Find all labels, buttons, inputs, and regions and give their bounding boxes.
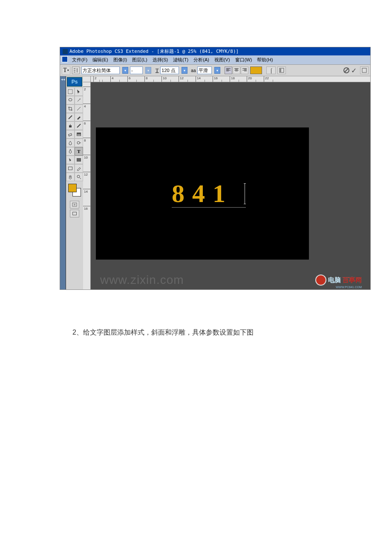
- menu-view[interactable]: 视图(V): [212, 56, 233, 64]
- svg-point-6: [77, 127, 78, 127]
- font-size-icon: T: [156, 67, 159, 74]
- align-right-button[interactable]: [241, 66, 248, 74]
- crop-tool[interactable]: [66, 104, 75, 113]
- font-family-select[interactable]: 方正水柱简体: [81, 66, 120, 74]
- commit-button[interactable]: ✓: [351, 66, 357, 75]
- move-tool[interactable]: [75, 87, 83, 96]
- menu-layer[interactable]: 图层(L): [130, 56, 150, 64]
- watermark-brand2: 百事网: [343, 276, 362, 284]
- app-icon: [63, 49, 68, 54]
- ruler-origin[interactable]: [83, 76, 91, 82]
- menu-help[interactable]: 帮助(H): [254, 56, 275, 64]
- clone-stamp-tool[interactable]: [66, 121, 75, 130]
- options-bar: T ▾ 方正水柱简体 ▾ - ▾ T 120 点 ▾ aa 平滑 ▾: [60, 64, 370, 76]
- watermark-brand1: 电脑: [328, 276, 341, 284]
- horizontal-ruler[interactable]: 246810121416182022: [91, 76, 370, 82]
- text-cursor-icon: [245, 183, 245, 204]
- watermark-left: www.zixin.com: [100, 273, 184, 287]
- workspace-button[interactable]: [360, 66, 369, 74]
- font-size-dropdown-icon[interactable]: ▾: [182, 67, 187, 74]
- font-family-dropdown-icon[interactable]: ▾: [122, 67, 128, 74]
- gradient-tool[interactable]: [75, 130, 83, 139]
- brush-tool[interactable]: [75, 113, 83, 121]
- align-center-button[interactable]: [233, 66, 240, 74]
- watermark: www.zixin.com 电脑 百事网: [100, 273, 362, 287]
- eyedropper-tool[interactable]: [75, 164, 83, 173]
- svg-rect-2: [362, 68, 366, 72]
- font-style-select[interactable]: -: [130, 66, 143, 74]
- svg-rect-7: [69, 133, 72, 136]
- title-bar: Adobe Photoshop CS3 Extended - [未标题-1 @ …: [60, 47, 370, 55]
- watermark-right: 电脑 百事网: [315, 275, 362, 286]
- pen-tool[interactable]: [66, 147, 75, 156]
- menu-bar: 文件(F) 编辑(E) 图像(I) 图层(L) 选择(S) 滤镜(T) 分析(A…: [60, 55, 370, 64]
- type-tool[interactable]: T: [75, 147, 83, 156]
- history-brush-tool[interactable]: [75, 121, 83, 130]
- screen-mode-button[interactable]: [70, 210, 79, 217]
- svg-point-8: [77, 142, 80, 144]
- workspace: ◂◂ Ps: [60, 76, 370, 289]
- svg-point-9: [77, 175, 80, 178]
- watermark-logo-icon: [315, 275, 326, 286]
- marquee-tool[interactable]: [66, 87, 75, 96]
- font-style-dropdown-icon[interactable]: ▾: [145, 67, 151, 74]
- text-color-swatch[interactable]: [250, 66, 262, 74]
- canvas-area: 246810121416182022 246810121416 841 www.…: [83, 76, 370, 289]
- lasso-tool[interactable]: [66, 96, 75, 104]
- align-left-button[interactable]: [225, 66, 232, 74]
- tool-preset-picker[interactable]: T ▾: [62, 66, 70, 75]
- svg-rect-3: [68, 90, 72, 94]
- toolbox: Ps: [66, 76, 83, 289]
- watermark-url: WWW.PC841.COM: [336, 286, 362, 289]
- blur-tool[interactable]: [66, 139, 75, 147]
- foreground-color[interactable]: [68, 184, 77, 192]
- panel-collapse-tab[interactable]: ◂◂: [60, 76, 66, 289]
- menu-image[interactable]: 图像(I): [111, 56, 130, 64]
- hand-tool[interactable]: [66, 173, 75, 181]
- photoshop-window: Adobe Photoshop CS3 Extended - [未标题-1 @ …: [60, 47, 371, 290]
- canvas-text: 841: [172, 179, 233, 208]
- path-selection-tool[interactable]: [66, 156, 75, 164]
- healing-brush-tool[interactable]: [66, 113, 75, 121]
- menu-edit[interactable]: 编辑(E): [90, 56, 111, 64]
- warp-text-button[interactable]: ⌠: [266, 66, 276, 74]
- antialias-dropdown-icon[interactable]: ▾: [214, 67, 220, 74]
- text-align-group: [225, 66, 248, 74]
- notes-tool[interactable]: [66, 164, 75, 173]
- menu-file[interactable]: 文件(F): [69, 56, 90, 64]
- eraser-tool[interactable]: [66, 130, 75, 139]
- page-caption: 2、给文字图层添加样式，斜面和浮雕，具体参数设置如下图: [60, 328, 332, 337]
- menu-select[interactable]: 选择(S): [150, 56, 171, 64]
- cancel-button[interactable]: [343, 67, 349, 73]
- system-menu-icon[interactable]: [62, 56, 68, 62]
- text-orientation-button[interactable]: [72, 66, 80, 74]
- slice-tool[interactable]: [75, 104, 83, 113]
- character-panel-button[interactable]: [277, 66, 286, 74]
- font-size-input[interactable]: 120 点: [160, 66, 179, 74]
- antialias-select[interactable]: 平滑: [197, 66, 212, 74]
- magic-wand-tool[interactable]: [75, 96, 83, 104]
- commit-group: ✓: [343, 66, 369, 75]
- svg-rect-1: [280, 69, 281, 72]
- menu-analysis[interactable]: 分析(A): [191, 56, 212, 64]
- zoom-tool[interactable]: [75, 173, 83, 181]
- menu-filter[interactable]: 滤镜(T): [170, 56, 191, 64]
- dodge-tool[interactable]: [75, 139, 83, 147]
- antialias-icon: aa: [191, 68, 196, 73]
- ps-logo-icon: Ps: [67, 77, 82, 87]
- quick-mask-button[interactable]: [70, 201, 79, 208]
- svg-rect-5: [69, 125, 72, 127]
- rectangle-tool[interactable]: [75, 156, 83, 164]
- color-swatches[interactable]: [68, 184, 81, 197]
- menu-window[interactable]: 窗口(W): [233, 56, 255, 64]
- title-text: Adobe Photoshop CS3 Extended - [未标题-1 @ …: [69, 48, 239, 55]
- svg-point-11: [74, 204, 75, 205]
- text-baseline: [172, 207, 246, 208]
- text-layer[interactable]: 841: [172, 179, 233, 208]
- svg-point-4: [69, 98, 72, 101]
- vertical-ruler[interactable]: 246810121416: [83, 82, 91, 289]
- document-canvas[interactable]: 841: [96, 127, 309, 260]
